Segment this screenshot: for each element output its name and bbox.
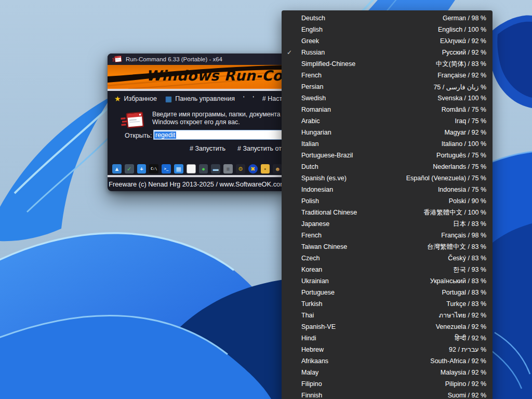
language-native-value: 한국 / 93 % [453, 265, 493, 274]
language-name: Malay [301, 369, 318, 376]
language-menu-item[interactable]: Swedish Svenska / 100 % [282, 92, 493, 104]
menubar-item-label: ' [243, 95, 244, 102]
language-name: Spanish (es.ve) [301, 175, 347, 182]
menubar-item-label: ' [252, 95, 254, 102]
language-native-value: Український / 83 % [430, 277, 493, 285]
language-menu-item[interactable]: French Française / 92 % [282, 70, 493, 81]
menubar-item[interactable]: ' [252, 95, 254, 102]
window-content: Введите имя программы, папки, документа … [108, 107, 287, 163]
language-menu-item[interactable]: Malay Malaysia / 92 % [282, 367, 493, 378]
language-native-value: Malaysia / 92 % [441, 369, 493, 376]
menubar-item-label: Избранное [124, 95, 157, 102]
run-button[interactable]: # Запустить [190, 145, 225, 152]
language-menu-item[interactable]: Portuguese-Brazil Português / 75 % [282, 150, 493, 161]
language-native-value: Française / 92 % [437, 72, 493, 79]
monitor-icon[interactable]: ▬ [211, 164, 220, 174]
printer-icon[interactable]: ≡ [223, 164, 233, 174]
drive-icon[interactable]: ● [199, 164, 208, 174]
language-menu-item[interactable]: Romanian Română / 75 % [282, 104, 493, 115]
language-menu-item[interactable]: Polish Polski / 90 % [282, 195, 493, 207]
language-menu-item[interactable]: Spanish-VE Venezuela / 92 % [282, 321, 493, 332]
run-command-app-icon [112, 56, 122, 63]
language-name: Arabic [301, 117, 320, 125]
language-name: Swedish [301, 95, 326, 102]
language-menu-item[interactable]: Greek Ελληνικά / 92 % [282, 35, 493, 47]
language-menu-item[interactable]: Japanese 日本 / 83 % [282, 218, 493, 230]
star-icon: ★ [114, 95, 121, 102]
language-menu-item[interactable]: Hungarian Magyar / 92 % [282, 127, 493, 138]
menubar-item[interactable]: ' [243, 95, 244, 102]
computer-check-icon[interactable]: ✓ [125, 164, 134, 174]
statusbar-text: Freeware (c) Nenad Hrg 2013-2025 / www.S… [109, 180, 286, 188]
language-menu-item[interactable]: Dutch Nederlands / 75 % [282, 161, 493, 172]
language-menu-item[interactable]: Czech Český / 83 % [282, 252, 493, 264]
language-name: Spanish-VE [301, 323, 336, 330]
language-menu-item[interactable]: Afrikaans South-Africa / 92 % [282, 355, 493, 367]
language-menu-item[interactable]: ✓ Russian Русский / 92 % [282, 47, 493, 58]
wallpaper-image-icon[interactable]: ▲ [112, 164, 122, 174]
titlebar[interactable]: Run-Command 6.33 (Portable) - x64 [108, 54, 287, 65]
language-native-value: Français / 98 % [441, 232, 493, 239]
language-menu-item[interactable]: English Englisch / 100 % [282, 24, 493, 35]
language-name: Hindi [301, 335, 316, 342]
language-native-value: 香港繁體中文 / 100 % [423, 208, 493, 217]
language-menu-item[interactable]: Spanish (es.ve) Español (Venezuela) / 75… [282, 172, 493, 184]
apps-grid-icon[interactable]: + [137, 164, 147, 174]
control-panel-icon[interactable]: ▦ [174, 164, 183, 174]
language-menu-item[interactable]: Ukrainian Український / 83 % [282, 275, 493, 287]
language-native-value: Englisch / 100 % [438, 26, 493, 33]
command-input[interactable]: regedit [153, 130, 286, 140]
control-panel-icon: ▦ [165, 95, 172, 102]
language-native-value: German / 98 % [443, 15, 493, 22]
language-menu-item[interactable]: French Français / 98 % [282, 230, 493, 241]
users-icon[interactable]: ☻ [273, 164, 282, 174]
language-menu-item[interactable]: Turkish Turkçe / 83 % [282, 298, 493, 310]
language-name: Thai [301, 312, 314, 319]
language-menu-item[interactable]: Persian زبان فارسی / 75 % [282, 81, 493, 92]
language-menu-item[interactable]: Filipino Pilipino / 92 % [282, 378, 493, 390]
language-native-value: Český / 83 % [448, 255, 493, 262]
language-native-value: Română / 75 % [442, 106, 493, 113]
language-name: Czech [301, 255, 320, 262]
language-name: Portuguese-Brazil [301, 152, 353, 159]
language-name: Persian [301, 83, 323, 90]
language-name: Portuguese [301, 289, 335, 296]
banner: Windows Run-Command [108, 65, 287, 89]
language-menu-item[interactable]: Traditional Chinese 香港繁體中文 / 100 % [282, 207, 493, 218]
language-native-value: Русский / 92 % [442, 49, 493, 56]
language-menu-item[interactable]: Hebrew 92 / עברית % [282, 344, 493, 355]
language-menu-item[interactable]: Portuguese Portugal / 83 % [282, 287, 493, 298]
language-menu-item[interactable]: Korean 한국 / 93 % [282, 264, 493, 275]
language-native-value: Portugal / 83 % [442, 289, 493, 296]
language-menu-item[interactable]: Italian Italiano / 100 % [282, 138, 493, 150]
language-native-value: 日本 / 83 % [453, 220, 493, 229]
language-native-value: 台灣繁體中文 / 83 % [427, 243, 493, 251]
language-menu-item[interactable]: Simplified-Chinese 中文(简体) / 83 % [282, 58, 493, 70]
language-native-value: Magyar / 92 % [444, 129, 493, 136]
shared-folder-icon[interactable]: ▪ [261, 164, 270, 174]
command-input-value: regedit [154, 131, 176, 139]
window-title: Run-Command 6.33 (Portable) - x64 [126, 56, 222, 62]
language-name: Italian [301, 140, 318, 148]
cmd-terminal-icon[interactable]: C:\ [149, 164, 158, 174]
language-menu-item[interactable]: Finnish Suomi / 92 % [282, 390, 493, 399]
language-menu-item[interactable]: Arabic Iraq / 75 % [282, 115, 493, 127]
language-menu-item[interactable]: Deutsch German / 98 % [282, 12, 493, 24]
run-as-admin-button[interactable]: # Запустить от Администратора [237, 145, 287, 152]
directx-icon[interactable]: ✖ [248, 164, 258, 174]
language-native-value: Iraq / 75 % [455, 117, 493, 125]
language-name: Korean [301, 266, 322, 273]
language-native-value: Pilipino / 92 % [445, 380, 493, 388]
gears-settings-icon[interactable]: ⚙ [236, 164, 245, 174]
language-menu-item[interactable]: Thai ภาษาไทย / 92 % [282, 310, 493, 321]
language-native-value: Suomi / 92 % [448, 392, 493, 399]
language-menu-item[interactable]: Indonesian Indonesia / 75 % [282, 184, 493, 195]
menubar-item[interactable]: ★Избранное [114, 95, 157, 102]
powershell-icon[interactable]: >_ [162, 164, 171, 174]
statusbar: Freeware (c) Nenad Hrg 2013-2025 / www.S… [108, 177, 287, 191]
menubar-item[interactable]: ▦Панель управления [165, 95, 235, 102]
language-name: French [301, 232, 322, 239]
language-menu-item[interactable]: Taiwan Chinese 台灣繁體中文 / 83 % [282, 241, 493, 252]
document-icon[interactable] [187, 164, 196, 174]
language-menu-item[interactable]: Hindi हिन्दी / 92 % [282, 332, 493, 344]
